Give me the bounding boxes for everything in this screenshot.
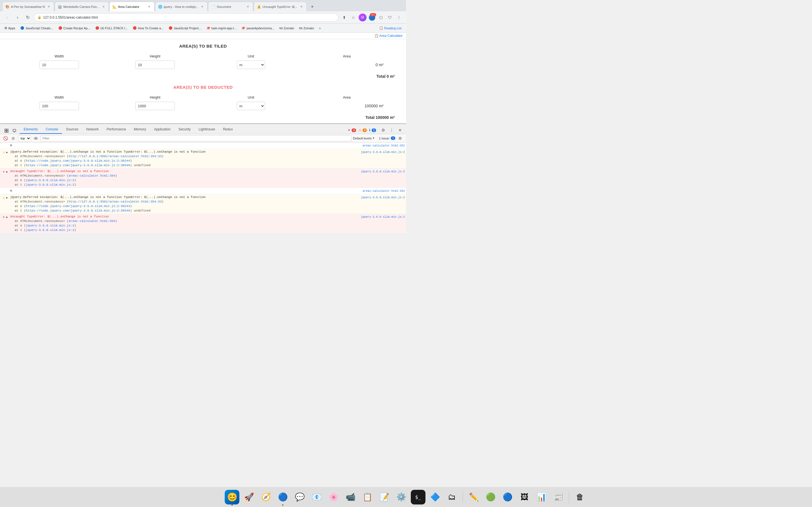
extensions-icon[interactable]: ⬡ [377,14,385,21]
console-msg-2: ⚠ ▶ jQuery.Deferred exception: $(...).on… [0,149,406,168]
section2-width-input[interactable] [40,102,79,110]
info-count-badge: 1 [371,128,376,132]
tab-3-area-calculator[interactable]: 📐 Area Calculator ✕ [109,2,154,11]
section1-grid: Width Height Unit Area m ft cm [0,51,406,72]
devtools-tabs: Elements Console Sources Network Perform… [0,124,406,134]
bookmark-js-cheats[interactable]: 🔵 JavaScript Cheats... [18,25,55,31]
devtools-tab-security[interactable]: Security [174,125,195,134]
section2-height-header: Height [107,94,203,101]
tab-1-close[interactable]: ✕ [47,4,51,9]
svg-point-6 [35,138,36,139]
tab-2[interactable]: 🏢 Montebello Carrara Floo... ✕ [55,2,109,11]
devtools-tab-network[interactable]: Network [82,125,103,134]
tab-5-close[interactable]: ✕ [246,4,250,9]
forward-button[interactable]: › [13,13,21,21]
devtools-tab-redux[interactable]: Redux [219,125,237,134]
js-cheats-icon: 🔵 [20,26,24,30]
new-badge: New [370,13,376,16]
eye-toggle-icon[interactable] [33,135,39,142]
console-messages[interactable]: m areac-calculator.html:352 ⚠ ▶ jQuery.D… [0,143,406,233]
msg3-text: Uncaught TypeError: $(...).onChange is n… [10,169,361,187]
section1-width-input[interactable] [40,61,79,69]
section1-height-input[interactable] [135,61,175,69]
msg2-source[interactable]: jquery-3.6.0.slim.min.js:2 [361,150,405,155]
devtools-tab-memory[interactable]: Memory [130,125,150,134]
bookmark-js-project[interactable]: 🔴 JavaScript Project... [166,25,204,31]
bookmarks-bar: ⊞ Apps 🔵 JavaScript Cheats... 🔴 Create R… [0,24,406,33]
section3-title: YOU WILL NEED [0,121,406,123]
devtools-close-icon[interactable]: ✕ [396,126,404,134]
js-project-icon: 🔴 [168,26,172,30]
share-icon[interactable]: ⬆ [341,14,348,21]
tab-2-label: Montebello Carrara Floo... [63,5,100,8]
reload-button[interactable]: ↻ [24,13,32,21]
msg6-expand[interactable]: ▶ [6,214,10,220]
tab-4[interactable]: 🌐 jquery - How to multiply... ✕ [155,2,208,11]
msg4-text: m [10,188,363,193]
devtools-tab-lighthouse[interactable]: Lighthouse [195,125,219,134]
console-settings-icon[interactable]: ⚙ [396,135,404,142]
bookmark-fullstack[interactable]: 🔴 (4) FULL STACK I... [93,25,130,31]
msg6-source[interactable]: jquery-3.6.0.slim.min.js:2 [361,214,405,219]
devtools-tab-performance[interactable]: Performance [103,125,130,134]
devtools-tab-application[interactable]: Application [150,125,174,134]
reading-list-link[interactable]: 📋 Reading List [377,25,404,31]
msg3-source[interactable]: jquery-3.6.0.slim.min.js:2 [361,169,405,174]
devtools-tab-sources[interactable]: Sources [62,125,82,134]
error-icon: ✕ [348,128,350,132]
tab-1[interactable]: 🎨 A Pen by Somasekhar N ✕ [2,2,54,11]
issues-count-badge: 1 [391,136,395,140]
devtools-tab-elements[interactable]: Elements [20,125,42,134]
bookmark-howto[interactable]: 🔴 How To Create a... [131,25,166,31]
section2-unit-select[interactable]: m ft cm [237,102,265,110]
console-filter-input[interactable] [41,135,351,142]
bookmark-zomato1[interactable]: 🍽 Zomato [277,25,296,31]
tab-2-close[interactable]: ✕ [101,4,106,9]
tab-5-label: Document [217,5,244,8]
section1-unit-select[interactable]: m ft cm [237,61,265,69]
section2-height-input[interactable] [135,102,175,110]
msg1-text: m [10,143,363,148]
msg2-expand[interactable]: ▶ [6,150,10,155]
bookmark-pavankp[interactable]: 🐙 pavankpdev/zoma... [239,25,276,31]
devtools-more-icon[interactable]: ⋮ [388,126,395,134]
error-count-badge: 4 [352,128,356,132]
msg5-source[interactable]: jquery-3.6.0.slim.min.js:2 [361,195,405,200]
console-clear-icon[interactable]: 🚫 [2,135,8,142]
shield-icon[interactable]: 🛡 [386,14,394,21]
recipe-icon: 🔴 [58,26,62,30]
bookmark-recipe[interactable]: 🔴 Create Recipe Ap... [56,25,93,31]
msg5-expand[interactable]: ▶ [6,195,10,200]
back-button[interactable]: ‹ [3,13,11,21]
new-tab-button[interactable]: + [308,3,316,11]
bookmark-apps[interactable]: ⊞ Apps [2,25,17,31]
devtools-settings-icon[interactable]: ⚙ [379,126,387,134]
bookmark-icon[interactable]: ☆ [350,14,357,21]
warning-badge-row: ⚠ 4 [358,128,367,132]
bookmark-zomato2[interactable]: 🍽 Zomato [297,25,316,31]
bookmark-task-mgmt[interactable]: 🐙 task-mgmt-app-l... [204,25,239,31]
address-bar[interactable]: 🔒 127.0.0.1:5501/areac-calculator.html [34,13,338,22]
msg3-expand[interactable]: ▶ [6,169,10,174]
console-context-select[interactable]: top [18,135,31,142]
msg4-source[interactable]: areac-calculator.html:352 [363,188,405,193]
console-filter-toggle-icon[interactable]: ⊘ [10,135,16,142]
msg6-text: Uncaught TypeError: $(...).onChange is n… [10,214,361,232]
inspect-element-icon[interactable] [3,128,10,134]
default-levels-dropdown-icon[interactable]: ▾ [373,136,374,140]
profile-icon[interactable]: M [359,13,366,21]
more-options-icon[interactable]: ⋮ [395,14,403,21]
section1-height-cell [107,59,203,70]
browser-window: 🎨 A Pen by Somasekhar N ✕ 🏢 Montebello C… [0,0,406,233]
bookmark-pavankp-label: pavankpdev/zoma... [246,26,274,30]
tab-6-close[interactable]: ✕ [299,4,304,9]
tab-5[interactable]: 📄 Document ✕ [208,2,253,11]
msg1-source[interactable]: areac-calculator.html:352 [363,143,405,148]
bookmark-more[interactable]: » [317,25,323,31]
tab-3-close[interactable]: ✕ [147,4,151,9]
tab-4-close[interactable]: ✕ [200,4,204,9]
devtools-tab-console[interactable]: Console [42,125,62,134]
app-breadcrumb: 📋 Area Calculator [0,33,406,39]
tab-6[interactable]: ⚠️ Uncaught TypeError: $(... ✕ [254,2,306,11]
device-toolbar-icon[interactable] [11,128,17,134]
